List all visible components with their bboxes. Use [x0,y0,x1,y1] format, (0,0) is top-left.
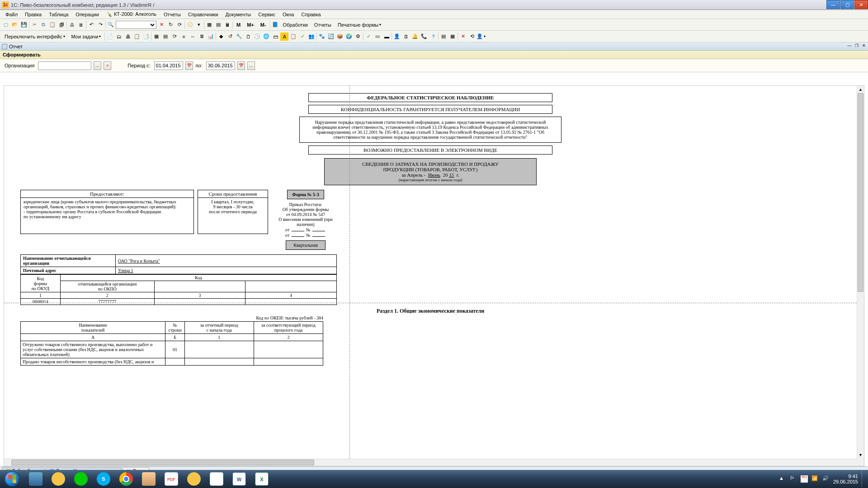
taskbar-explorer[interactable] [138,470,160,488]
menu-help[interactable]: Справка [297,11,324,18]
taskbar-1c[interactable] [183,470,205,488]
cut-icon[interactable]: ✂ [30,21,38,29]
action-icon[interactable]: 📋 [133,33,141,41]
menu-references[interactable]: Справочники [184,11,222,18]
paste-icon[interactable]: 📋 [48,21,57,29]
taskbar-skype[interactable]: S [93,470,114,488]
minimize-button[interactable]: — [826,0,840,9]
show-desktop-button[interactable] [862,470,865,488]
action-icon[interactable]: ≡ [179,33,188,41]
menu-edit[interactable]: Правка [21,11,45,18]
action-icon[interactable]: 🔄 [327,33,335,41]
menu-kt2000[interactable]: 🍾 КТ-2000: Алкоголь [103,10,160,18]
action-icon[interactable]: 🗓 [402,33,410,41]
action-icon[interactable]: ⟳ [170,33,179,41]
help-icon[interactable]: ⓘ [186,21,194,29]
close-button[interactable]: ✕ [854,0,868,9]
mytasks-button[interactable]: Мои задачи▾ [69,33,104,41]
new-icon[interactable]: ▢ [2,21,10,29]
scroll-thumb-v[interactable] [858,93,863,292]
action-icon[interactable]: ▦ [152,33,160,41]
tray-lang-icon[interactable]: RU [801,475,808,483]
action-icon[interactable]: 🔧 [235,33,243,41]
action-icon[interactable]: 📋 [289,33,297,41]
action-icon[interactable]: 🕓 [253,33,261,41]
m-button[interactable]: M [234,21,243,29]
org-select-button[interactable]: … [94,61,101,70]
action-icon[interactable]: 📊 [207,33,215,41]
scrollbar-vertical[interactable]: ▲ ▼ [857,86,864,459]
menu-reports[interactable]: Отчеты [160,11,184,18]
taskbar-excel[interactable]: X [251,470,273,488]
table-icon[interactable]: ▦ [205,21,213,29]
action-icon[interactable]: 👥 [307,33,316,41]
action-icon[interactable]: 👤 [393,33,401,41]
save-icon[interactable]: 💾 [20,21,28,29]
mdi-minimize[interactable]: — [846,43,853,49]
action-icon[interactable]: 🌍 [345,33,353,41]
menu-file[interactable]: Файл [2,11,21,18]
refresh2-icon[interactable]: ⟳ [175,21,184,29]
action-icon[interactable]: ✓ [364,33,373,41]
action-icon[interactable]: A [280,33,288,41]
action-icon[interactable]: 🌐 [262,33,270,41]
action-icon[interactable]: 📑 [142,33,150,41]
action-icon[interactable]: ⚙ [354,33,362,41]
date-from-field[interactable]: 01.04.2015 [154,61,183,70]
action-icon[interactable]: 📞 [420,33,428,41]
action-icon[interactable]: 🐾 [318,33,326,41]
action-icon[interactable]: ◆ [217,33,225,41]
calc-icon[interactable]: 🖩 [223,21,231,29]
mdi-close[interactable]: ✕ [861,43,867,49]
scroll-thumb-h[interactable] [11,460,314,465]
org-clear-button[interactable]: × [104,61,111,70]
action-icon[interactable]: 🗃 [271,33,279,41]
dropdown-icon[interactable]: ▾ [195,21,203,29]
help-icon[interactable]: ? [429,33,437,41]
menu-table[interactable]: Таблица [45,11,72,18]
clear-icon[interactable]: ✕ [157,21,165,29]
tray-volume-icon[interactable]: 🔊 [822,475,830,483]
redo-icon[interactable]: ↷ [96,21,104,29]
taskbar-app[interactable] [206,470,227,488]
action-icon[interactable]: ▤ [161,33,170,41]
zoom-combo[interactable] [116,21,156,29]
printforms-button[interactable]: Печатные формы▾ [335,21,384,29]
scroll-down-icon[interactable]: ▼ [857,451,864,459]
copy-icon[interactable]: ⧉ [39,21,47,29]
tray-flag-icon[interactable]: 🏳 [790,475,797,483]
action-icon[interactable]: ▭ [373,33,382,41]
date-to-cal-button[interactable]: 📅 [237,61,245,70]
preview-icon[interactable]: 🗎 [77,21,85,29]
mplus-button[interactable]: M+ [244,21,257,29]
date-to-field[interactable]: 30.06.2015 [206,61,235,70]
menu-documents[interactable]: Документы [222,11,255,18]
action-icon[interactable]: ▤ [439,33,448,41]
menu-operations[interactable]: Операции [72,11,102,18]
open-icon[interactable]: 📂 [11,21,19,29]
action-icon[interactable]: 📦 [336,33,344,41]
org-field[interactable] [38,61,91,70]
action-icon[interactable]: 📄 [106,33,114,41]
action-icon[interactable]: ▦ [448,33,457,41]
taskbar-word[interactable]: W [228,470,250,488]
mdi-restore[interactable]: ❐ [854,43,860,49]
reports-button[interactable]: Отчеты [311,21,334,29]
action-icon[interactable]: 🗒 [244,33,252,41]
switch-ui-button[interactable]: Переключить интерфейс▾ [2,33,68,41]
taskbar-chrome[interactable] [115,470,137,488]
undo-icon[interactable]: ↶ [87,21,95,29]
tray-clock[interactable]: 9:41 29.06.2015 [833,474,858,484]
scroll-up-icon[interactable]: ▲ [857,86,864,93]
action-icon[interactable]: 🗂 [115,33,123,41]
book-icon[interactable]: 📘 [271,21,279,29]
table2-icon[interactable]: ▤ [214,21,222,29]
date-from-cal-button[interactable]: 📅 [185,61,193,70]
action-icon[interactable]: ⟲ [468,33,476,41]
action-icon[interactable]: ▬ [382,33,391,41]
delete-icon[interactable]: ✕ [459,33,467,41]
taskbar-app[interactable] [47,470,69,488]
period-select-button[interactable]: … [247,61,255,70]
action-icon[interactable]: ↔ [189,33,197,41]
action-icon[interactable]: 🖶 [124,33,132,41]
